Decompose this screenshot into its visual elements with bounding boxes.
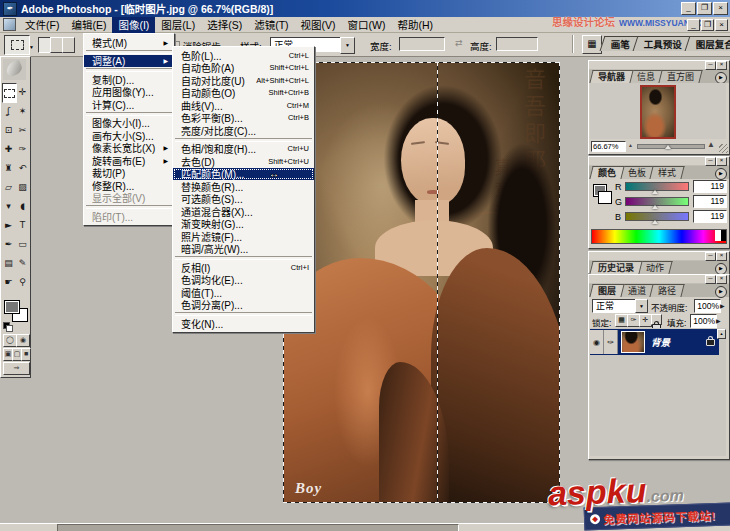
style-select-arrow-icon[interactable]: ▼ [340, 37, 355, 54]
tab-histogram[interactable]: 直方图 [658, 70, 702, 83]
panel-resize-grip[interactable] [719, 144, 728, 153]
minimize-button[interactable]: _ [681, 2, 696, 15]
doc-restore-button[interactable]: ❐ [701, 19, 714, 31]
slice-tool[interactable]: ✂ [16, 121, 29, 139]
marquee-tool-preset-button[interactable] [4, 35, 30, 55]
fullscreen-button[interactable]: ■ [21, 348, 31, 361]
tab-history[interactable]: 历史记录 [589, 261, 642, 274]
zoom-out-icon[interactable]: ▲ [628, 142, 633, 148]
crop-tool[interactable]: ⊡ [2, 121, 15, 139]
magic-wand-tool[interactable]: ✶ [16, 102, 29, 120]
tab-layers[interactable]: 图层 [589, 284, 624, 297]
panel-minimize-icon[interactable]: ─ [705, 61, 716, 70]
menu-item-variations[interactable]: 变化(N)... [173, 317, 314, 330]
rect-marquee-tool[interactable] [2, 83, 17, 103]
gradient-tool[interactable]: ▨ [16, 178, 29, 196]
panel-minimize-icon[interactable]: ─ [705, 275, 716, 284]
move-tool[interactable]: ✛ [16, 83, 29, 101]
zoom-slider-thumb[interactable] [665, 145, 671, 149]
panel-close-icon[interactable]: × [716, 61, 727, 70]
tab-styles[interactable]: 样式 [649, 166, 684, 179]
panel-close-icon[interactable]: × [716, 275, 727, 284]
panel-menu-icon[interactable]: ▶ [715, 286, 727, 298]
menu-view[interactable]: 视图(V) [295, 16, 342, 33]
default-colors-icon[interactable] [3, 322, 12, 330]
menu-help[interactable]: 帮助(H) [392, 16, 440, 33]
standard-mode-button[interactable]: ◯ [3, 334, 17, 347]
foreground-color-swatch[interactable] [4, 300, 20, 314]
layer-name[interactable]: 背景 [651, 335, 670, 349]
brush-tool[interactable]: ✑ [16, 140, 29, 158]
g-value-input[interactable]: 119 [693, 195, 727, 208]
g-slider-thumb[interactable] [652, 205, 658, 209]
tab-color[interactable]: 颜色 [589, 166, 624, 179]
adobe-feather-logo[interactable] [3, 59, 26, 80]
clone-stamp-tool[interactable]: ♜ [2, 159, 15, 177]
ramp-black-cap[interactable] [721, 230, 726, 241]
layer-row-background[interactable]: ◉ ✑ 背景 [590, 329, 719, 355]
b-slider-thumb[interactable] [652, 220, 658, 224]
eraser-tool[interactable]: ▱ [2, 178, 15, 196]
tab-paths[interactable]: 路径 [649, 284, 684, 297]
width-input[interactable] [399, 37, 445, 51]
jump-to-imageready-button[interactable]: ⇒ [3, 362, 30, 375]
menu-item-calculations[interactable]: 计算(C)... [84, 98, 174, 111]
opacity-spinner-icon[interactable]: ▶ [720, 302, 725, 309]
scroll-up-icon[interactable]: ▲ [717, 329, 726, 339]
r-slider-thumb[interactable] [652, 190, 658, 194]
hand-tool[interactable]: ☛ [2, 273, 15, 291]
close-button[interactable]: × [713, 2, 728, 15]
navigator-thumbnail[interactable] [640, 85, 676, 139]
swap-dimensions-icon[interactable]: ⇄ [455, 38, 463, 48]
shape-tool[interactable]: ▭ [16, 235, 29, 253]
document-canvas[interactable]: 不甚禁世 音吾即耶 真意浮 Boy [283, 62, 560, 503]
menu-item-mode[interactable]: 模式(M)▶ [84, 36, 174, 49]
preset-dropdown-arrow-icon[interactable]: ▼ [29, 44, 34, 50]
doc-close-button[interactable]: × [715, 19, 728, 31]
layer-visibility-eye-icon[interactable]: ◉ [590, 330, 604, 354]
pen-tool[interactable]: ✒ [2, 235, 15, 253]
tab-layer-comps[interactable]: 图层复合 [685, 36, 730, 51]
blur-tool[interactable]: ▾ [2, 197, 15, 215]
panel-close-icon[interactable]: × [716, 252, 727, 261]
panel-minimize-icon[interactable]: ─ [705, 157, 716, 166]
panel-menu-icon[interactable]: ▶ [715, 168, 727, 180]
layer-thumbnail[interactable] [621, 331, 645, 353]
dodge-tool[interactable]: ◖ [16, 197, 29, 215]
menu-item-adjustments[interactable]: 调整(A)▶ [84, 55, 174, 68]
panel-close-icon[interactable]: × [716, 157, 727, 166]
navigator-zoom-input[interactable]: 66.67% [591, 141, 626, 152]
navigator-zoom-slider[interactable] [637, 144, 705, 149]
fill-input[interactable]: 100% [690, 314, 717, 328]
blend-mode-arrow-icon[interactable]: ▼ [635, 299, 648, 313]
menu-file[interactable]: 文件(F) [19, 16, 65, 33]
eyedropper-tool[interactable]: ✎ [16, 254, 29, 272]
b-value-input[interactable]: 119 [693, 210, 727, 223]
zoom-tool[interactable]: ⚲ [16, 273, 29, 291]
file-browser-icon[interactable]: ▦ [582, 35, 602, 54]
menu-item-brightness-contrast[interactable]: 亮度/对比度(C)... [173, 124, 314, 137]
r-value-input[interactable]: 119 [693, 180, 727, 193]
panel-minimize-icon[interactable]: ─ [705, 252, 716, 261]
taskbar-active-button[interactable] [57, 524, 459, 531]
doc-minimize-button[interactable]: _ [687, 19, 700, 31]
tab-actions[interactable]: 动作 [637, 261, 672, 274]
menu-filter[interactable]: 滤镜(T) [248, 16, 294, 33]
menu-layer[interactable]: 图层(L) [155, 16, 201, 33]
bg-color-mini-swatch[interactable] [598, 191, 612, 204]
menu-window[interactable]: 窗口(W) [342, 16, 392, 33]
type-tool[interactable]: T [16, 216, 29, 234]
opacity-input[interactable]: 100% [694, 299, 721, 313]
blend-mode-select[interactable]: 正常 [592, 299, 639, 313]
menu-item-posterize[interactable]: 色调分离(P)... [173, 299, 314, 312]
menu-image[interactable]: 图像(I) [112, 16, 155, 33]
path-select-tool[interactable]: ► [2, 216, 15, 234]
menu-select[interactable]: 选择(S) [201, 16, 248, 33]
subtract-selection-button[interactable] [62, 37, 75, 53]
quick-mask-mode-button[interactable]: ◉ [16, 334, 30, 347]
color-ramp[interactable] [591, 229, 727, 244]
healing-brush-tool[interactable]: ✚ [2, 140, 15, 158]
menu-edit[interactable]: 编辑(E) [65, 16, 112, 33]
tab-navigator[interactable]: 导航器 [589, 70, 633, 83]
fill-spinner-icon[interactable]: ▶ [716, 317, 721, 324]
